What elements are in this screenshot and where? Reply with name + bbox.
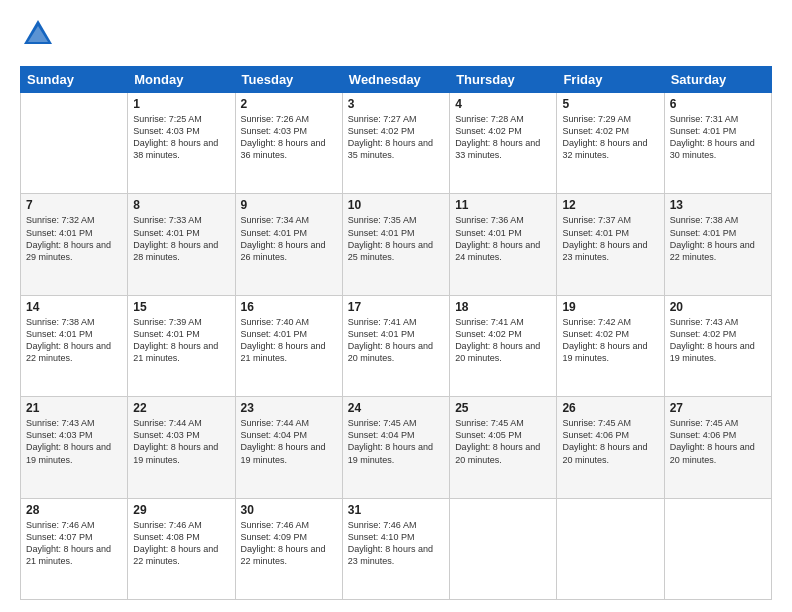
calendar-cell: 8Sunrise: 7:33 AMSunset: 4:01 PMDaylight… xyxy=(128,194,235,295)
cell-info: Sunrise: 7:27 AMSunset: 4:02 PMDaylight:… xyxy=(348,113,444,162)
cell-info: Sunrise: 7:42 AMSunset: 4:02 PMDaylight:… xyxy=(562,316,658,365)
logo-icon xyxy=(20,16,56,52)
cell-info: Sunrise: 7:40 AMSunset: 4:01 PMDaylight:… xyxy=(241,316,337,365)
calendar-week-row: 28Sunrise: 7:46 AMSunset: 4:07 PMDayligh… xyxy=(21,498,772,599)
day-number: 22 xyxy=(133,401,229,415)
calendar-cell: 1Sunrise: 7:25 AMSunset: 4:03 PMDaylight… xyxy=(128,93,235,194)
calendar-week-row: 14Sunrise: 7:38 AMSunset: 4:01 PMDayligh… xyxy=(21,295,772,396)
calendar-cell: 17Sunrise: 7:41 AMSunset: 4:01 PMDayligh… xyxy=(342,295,449,396)
day-number: 3 xyxy=(348,97,444,111)
calendar-cell: 29Sunrise: 7:46 AMSunset: 4:08 PMDayligh… xyxy=(128,498,235,599)
cell-info: Sunrise: 7:33 AMSunset: 4:01 PMDaylight:… xyxy=(133,214,229,263)
day-number: 1 xyxy=(133,97,229,111)
cell-info: Sunrise: 7:29 AMSunset: 4:02 PMDaylight:… xyxy=(562,113,658,162)
day-number: 31 xyxy=(348,503,444,517)
cell-info: Sunrise: 7:46 AMSunset: 4:07 PMDaylight:… xyxy=(26,519,122,568)
calendar-cell: 30Sunrise: 7:46 AMSunset: 4:09 PMDayligh… xyxy=(235,498,342,599)
day-number: 10 xyxy=(348,198,444,212)
cell-info: Sunrise: 7:45 AMSunset: 4:05 PMDaylight:… xyxy=(455,417,551,466)
col-thursday: Thursday xyxy=(450,67,557,93)
day-number: 7 xyxy=(26,198,122,212)
calendar-cell: 4Sunrise: 7:28 AMSunset: 4:02 PMDaylight… xyxy=(450,93,557,194)
calendar-cell: 2Sunrise: 7:26 AMSunset: 4:03 PMDaylight… xyxy=(235,93,342,194)
calendar-cell: 26Sunrise: 7:45 AMSunset: 4:06 PMDayligh… xyxy=(557,397,664,498)
logo xyxy=(20,16,60,56)
day-number: 11 xyxy=(455,198,551,212)
calendar-week-row: 1Sunrise: 7:25 AMSunset: 4:03 PMDaylight… xyxy=(21,93,772,194)
calendar-cell: 21Sunrise: 7:43 AMSunset: 4:03 PMDayligh… xyxy=(21,397,128,498)
cell-info: Sunrise: 7:43 AMSunset: 4:03 PMDaylight:… xyxy=(26,417,122,466)
col-monday: Monday xyxy=(128,67,235,93)
calendar-cell: 31Sunrise: 7:46 AMSunset: 4:10 PMDayligh… xyxy=(342,498,449,599)
day-number: 18 xyxy=(455,300,551,314)
calendar-cell xyxy=(21,93,128,194)
cell-info: Sunrise: 7:34 AMSunset: 4:01 PMDaylight:… xyxy=(241,214,337,263)
cell-info: Sunrise: 7:37 AMSunset: 4:01 PMDaylight:… xyxy=(562,214,658,263)
calendar-cell: 28Sunrise: 7:46 AMSunset: 4:07 PMDayligh… xyxy=(21,498,128,599)
day-number: 5 xyxy=(562,97,658,111)
calendar-cell: 12Sunrise: 7:37 AMSunset: 4:01 PMDayligh… xyxy=(557,194,664,295)
col-wednesday: Wednesday xyxy=(342,67,449,93)
cell-info: Sunrise: 7:45 AMSunset: 4:04 PMDaylight:… xyxy=(348,417,444,466)
calendar-cell: 18Sunrise: 7:41 AMSunset: 4:02 PMDayligh… xyxy=(450,295,557,396)
cell-info: Sunrise: 7:35 AMSunset: 4:01 PMDaylight:… xyxy=(348,214,444,263)
col-saturday: Saturday xyxy=(664,67,771,93)
cell-info: Sunrise: 7:44 AMSunset: 4:03 PMDaylight:… xyxy=(133,417,229,466)
cell-info: Sunrise: 7:45 AMSunset: 4:06 PMDaylight:… xyxy=(562,417,658,466)
cell-info: Sunrise: 7:28 AMSunset: 4:02 PMDaylight:… xyxy=(455,113,551,162)
day-number: 25 xyxy=(455,401,551,415)
day-number: 8 xyxy=(133,198,229,212)
cell-info: Sunrise: 7:45 AMSunset: 4:06 PMDaylight:… xyxy=(670,417,766,466)
cell-info: Sunrise: 7:36 AMSunset: 4:01 PMDaylight:… xyxy=(455,214,551,263)
day-number: 12 xyxy=(562,198,658,212)
cell-info: Sunrise: 7:38 AMSunset: 4:01 PMDaylight:… xyxy=(26,316,122,365)
calendar-cell: 14Sunrise: 7:38 AMSunset: 4:01 PMDayligh… xyxy=(21,295,128,396)
day-number: 30 xyxy=(241,503,337,517)
calendar-table: Sunday Monday Tuesday Wednesday Thursday… xyxy=(20,66,772,600)
calendar-cell: 11Sunrise: 7:36 AMSunset: 4:01 PMDayligh… xyxy=(450,194,557,295)
day-number: 20 xyxy=(670,300,766,314)
col-tuesday: Tuesday xyxy=(235,67,342,93)
calendar-cell: 27Sunrise: 7:45 AMSunset: 4:06 PMDayligh… xyxy=(664,397,771,498)
calendar-cell: 23Sunrise: 7:44 AMSunset: 4:04 PMDayligh… xyxy=(235,397,342,498)
cell-info: Sunrise: 7:26 AMSunset: 4:03 PMDaylight:… xyxy=(241,113,337,162)
cell-info: Sunrise: 7:31 AMSunset: 4:01 PMDaylight:… xyxy=(670,113,766,162)
day-number: 24 xyxy=(348,401,444,415)
calendar-week-row: 7Sunrise: 7:32 AMSunset: 4:01 PMDaylight… xyxy=(21,194,772,295)
calendar-cell: 7Sunrise: 7:32 AMSunset: 4:01 PMDaylight… xyxy=(21,194,128,295)
day-number: 21 xyxy=(26,401,122,415)
day-number: 28 xyxy=(26,503,122,517)
cell-info: Sunrise: 7:32 AMSunset: 4:01 PMDaylight:… xyxy=(26,214,122,263)
cell-info: Sunrise: 7:46 AMSunset: 4:08 PMDaylight:… xyxy=(133,519,229,568)
calendar-cell xyxy=(450,498,557,599)
day-number: 15 xyxy=(133,300,229,314)
page: Sunday Monday Tuesday Wednesday Thursday… xyxy=(0,0,792,612)
calendar-cell xyxy=(557,498,664,599)
day-number: 9 xyxy=(241,198,337,212)
day-number: 26 xyxy=(562,401,658,415)
calendar-cell: 22Sunrise: 7:44 AMSunset: 4:03 PMDayligh… xyxy=(128,397,235,498)
cell-info: Sunrise: 7:39 AMSunset: 4:01 PMDaylight:… xyxy=(133,316,229,365)
calendar-cell: 6Sunrise: 7:31 AMSunset: 4:01 PMDaylight… xyxy=(664,93,771,194)
calendar-cell: 13Sunrise: 7:38 AMSunset: 4:01 PMDayligh… xyxy=(664,194,771,295)
calendar-cell: 24Sunrise: 7:45 AMSunset: 4:04 PMDayligh… xyxy=(342,397,449,498)
calendar-cell xyxy=(664,498,771,599)
calendar-cell: 19Sunrise: 7:42 AMSunset: 4:02 PMDayligh… xyxy=(557,295,664,396)
day-number: 13 xyxy=(670,198,766,212)
cell-info: Sunrise: 7:38 AMSunset: 4:01 PMDaylight:… xyxy=(670,214,766,263)
day-number: 14 xyxy=(26,300,122,314)
calendar-week-row: 21Sunrise: 7:43 AMSunset: 4:03 PMDayligh… xyxy=(21,397,772,498)
calendar-cell: 15Sunrise: 7:39 AMSunset: 4:01 PMDayligh… xyxy=(128,295,235,396)
day-number: 16 xyxy=(241,300,337,314)
day-number: 29 xyxy=(133,503,229,517)
day-number: 4 xyxy=(455,97,551,111)
calendar-cell: 3Sunrise: 7:27 AMSunset: 4:02 PMDaylight… xyxy=(342,93,449,194)
cell-info: Sunrise: 7:41 AMSunset: 4:01 PMDaylight:… xyxy=(348,316,444,365)
col-sunday: Sunday xyxy=(21,67,128,93)
cell-info: Sunrise: 7:43 AMSunset: 4:02 PMDaylight:… xyxy=(670,316,766,365)
cell-info: Sunrise: 7:41 AMSunset: 4:02 PMDaylight:… xyxy=(455,316,551,365)
col-friday: Friday xyxy=(557,67,664,93)
day-number: 6 xyxy=(670,97,766,111)
day-number: 19 xyxy=(562,300,658,314)
cell-info: Sunrise: 7:25 AMSunset: 4:03 PMDaylight:… xyxy=(133,113,229,162)
